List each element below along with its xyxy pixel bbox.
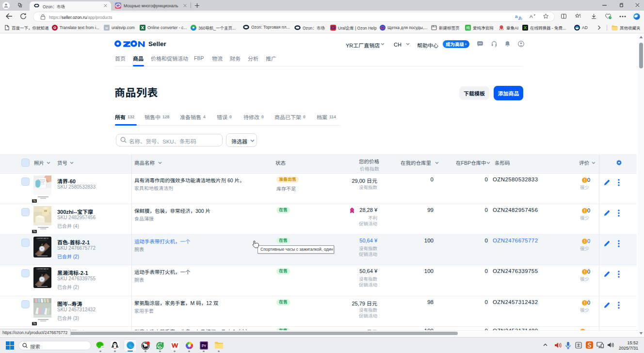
svg-text:LIGHTER WATCH: LIGHTER WATCH: [36, 268, 48, 270]
svg-text:Pr: Pr: [202, 343, 207, 348]
svg-text:w: w: [105, 26, 108, 30]
svg-text:LIGHTER WATCH: LIGHTER WATCH: [36, 238, 48, 240]
svg-text:纯: 纯: [466, 25, 470, 30]
svg-text:あ: あ: [518, 16, 522, 20]
svg-text:a: a: [515, 14, 518, 19]
svg-text:A: A: [530, 14, 533, 19]
